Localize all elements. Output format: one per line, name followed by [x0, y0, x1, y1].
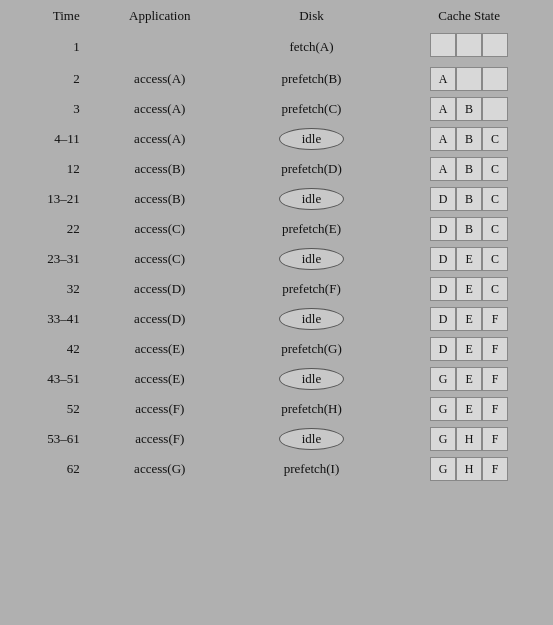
table-row: 3access(A)prefetch(C)AB: [8, 94, 545, 124]
cache-slot-0: D: [430, 247, 456, 271]
cache-slot-1: B: [456, 97, 482, 121]
cache-slot-2: F: [482, 427, 508, 451]
cell-disk: prefetch(F): [230, 274, 393, 304]
cell-disk: idle: [230, 124, 393, 154]
cell-time: 23–31: [8, 244, 90, 274]
cache-slot-2: [482, 97, 508, 121]
cache-boxes: DEC: [430, 277, 508, 301]
cache-slot-1: [456, 67, 482, 91]
cache-slot-0: D: [430, 217, 456, 241]
idle-indicator: idle: [279, 248, 345, 270]
cell-cache: A: [393, 64, 545, 94]
cell-time: 4–11: [8, 124, 90, 154]
cell-disk: idle: [230, 364, 393, 394]
table-row: 23–31access(C)idleDEC: [8, 244, 545, 274]
cache-boxes: A: [430, 67, 508, 91]
table-row: 1fetch(A): [8, 30, 545, 64]
cache-slot-0: A: [430, 67, 456, 91]
cell-time: 43–51: [8, 364, 90, 394]
cache-slot-0: A: [430, 157, 456, 181]
cell-disk: prefetch(H): [230, 394, 393, 424]
idle-indicator: idle: [279, 128, 345, 150]
table-row: 13–21access(B)idleDBC: [8, 184, 545, 214]
cache-slot-2: C: [482, 247, 508, 271]
cache-slot-2: [482, 67, 508, 91]
cache-slot-0: A: [430, 127, 456, 151]
cache-boxes: ABC: [430, 157, 508, 181]
cell-app: access(B): [90, 154, 230, 184]
cell-time: 52: [8, 394, 90, 424]
cell-app: access(C): [90, 244, 230, 274]
cache-boxes: DEC: [430, 247, 508, 271]
cache-slot-0: [430, 33, 456, 57]
cell-time: 32: [8, 274, 90, 304]
cache-boxes: GHF: [430, 457, 508, 481]
cache-slot-2: C: [482, 187, 508, 211]
cell-time: 12: [8, 154, 90, 184]
header-application: Application: [90, 4, 230, 30]
cache-slot-1: [456, 33, 482, 57]
cache-slot-0: D: [430, 277, 456, 301]
cache-slot-1: H: [456, 457, 482, 481]
cell-cache: GHF: [393, 454, 545, 484]
cache-slot-2: C: [482, 127, 508, 151]
cell-time: 62: [8, 454, 90, 484]
cell-app: [90, 30, 230, 64]
cell-time: 33–41: [8, 304, 90, 334]
cell-app: access(D): [90, 304, 230, 334]
cache-boxes: DBC: [430, 187, 508, 211]
cell-time: 53–61: [8, 424, 90, 454]
idle-indicator: idle: [279, 428, 345, 450]
cache-slot-0: D: [430, 337, 456, 361]
cell-cache: DEF: [393, 334, 545, 364]
cache-slot-1: B: [456, 157, 482, 181]
cell-cache: ABC: [393, 124, 545, 154]
table-row: 22access(C)prefetch(E)DBC: [8, 214, 545, 244]
cell-disk: prefetch(C): [230, 94, 393, 124]
cell-cache: DEC: [393, 244, 545, 274]
cell-app: access(E): [90, 364, 230, 394]
cell-disk: prefetch(I): [230, 454, 393, 484]
table-row: 53–61access(F)idleGHF: [8, 424, 545, 454]
cache-slot-1: H: [456, 427, 482, 451]
cache-boxes: DEF: [430, 337, 508, 361]
table-row: 43–51access(E)idleGEF: [8, 364, 545, 394]
cache-slot-2: F: [482, 367, 508, 391]
cell-disk: idle: [230, 244, 393, 274]
cache-slot-2: C: [482, 217, 508, 241]
cache-slot-2: F: [482, 337, 508, 361]
cell-disk: prefetch(D): [230, 154, 393, 184]
cell-time: 3: [8, 94, 90, 124]
cell-cache: GEF: [393, 394, 545, 424]
table-row: 52access(F)prefetch(H)GEF: [8, 394, 545, 424]
cache-boxes: [430, 33, 508, 57]
cache-slot-2: C: [482, 277, 508, 301]
cache-boxes: GEF: [430, 367, 508, 391]
cache-slot-1: E: [456, 397, 482, 421]
idle-indicator: idle: [279, 368, 345, 390]
cache-slot-1: E: [456, 277, 482, 301]
cell-cache: DBC: [393, 214, 545, 244]
cache-slot-2: [482, 33, 508, 57]
cell-app: access(G): [90, 454, 230, 484]
cell-cache: GEF: [393, 364, 545, 394]
cache-slot-1: E: [456, 337, 482, 361]
cell-disk: prefetch(B): [230, 64, 393, 94]
table-row: 4–11access(A)idleABC: [8, 124, 545, 154]
cell-app: access(C): [90, 214, 230, 244]
cell-cache: DEC: [393, 274, 545, 304]
cache-slot-1: E: [456, 367, 482, 391]
cell-cache: DEF: [393, 304, 545, 334]
cell-app: access(D): [90, 274, 230, 304]
cache-slot-0: G: [430, 397, 456, 421]
cell-app: access(E): [90, 334, 230, 364]
cache-boxes: GEF: [430, 397, 508, 421]
cell-disk: idle: [230, 424, 393, 454]
cache-slot-0: D: [430, 187, 456, 211]
cache-slot-2: F: [482, 307, 508, 331]
cell-app: access(A): [90, 124, 230, 154]
table-row: 32access(D)prefetch(F)DEC: [8, 274, 545, 304]
header-disk: Disk: [230, 4, 393, 30]
cache-slot-2: C: [482, 157, 508, 181]
cache-slot-1: B: [456, 187, 482, 211]
